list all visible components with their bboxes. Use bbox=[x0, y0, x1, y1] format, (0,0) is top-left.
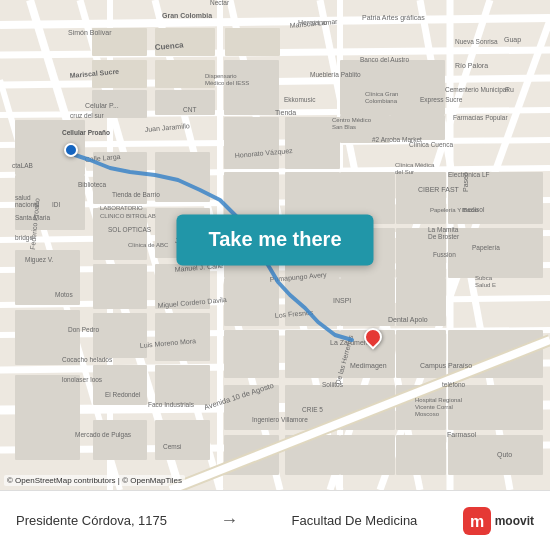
svg-rect-52 bbox=[224, 117, 279, 169]
svg-text:Mueblería Pablito: Mueblería Pablito bbox=[310, 71, 361, 78]
svg-text:CLINICO BITROLAB: CLINICO BITROLAB bbox=[100, 213, 156, 219]
svg-text:teléfono: teléfono bbox=[442, 381, 466, 388]
svg-text:Tienda de Barrio: Tienda de Barrio bbox=[112, 191, 160, 198]
svg-text:Río Palora: Río Palora bbox=[455, 62, 488, 69]
svg-rect-74 bbox=[224, 330, 279, 378]
take-me-there-button[interactable]: Take me there bbox=[176, 214, 373, 265]
svg-text:Campus Paraíso: Campus Paraíso bbox=[420, 362, 472, 370]
svg-text:CIBER FAST: CIBER FAST bbox=[418, 186, 460, 193]
svg-text:LABORATORIO: LABORATORIO bbox=[100, 205, 143, 211]
svg-text:Patria Artes gráficas: Patria Artes gráficas bbox=[362, 14, 425, 22]
origin-label: Presidente Córdova, 1175 bbox=[16, 513, 167, 528]
svg-text:Vicente Corral: Vicente Corral bbox=[415, 404, 453, 410]
svg-text:Banco del Austro: Banco del Austro bbox=[360, 56, 410, 63]
svg-text:Ekkomusic: Ekkomusic bbox=[284, 96, 316, 103]
svg-text:La Mamita: La Mamita bbox=[428, 226, 459, 233]
svg-text:Simón Bolívar: Simón Bolívar bbox=[68, 29, 112, 36]
svg-text:Miguez V.: Miguez V. bbox=[25, 256, 53, 264]
svg-text:Cocacho helados: Cocacho helados bbox=[62, 356, 113, 363]
svg-text:#2 Arroba Market: #2 Arroba Market bbox=[372, 136, 422, 143]
svg-rect-47 bbox=[93, 264, 147, 309]
svg-text:Ru: Ru bbox=[505, 86, 514, 93]
moovit-brand: m moovit bbox=[463, 507, 534, 535]
moovit-logo: m bbox=[463, 507, 491, 535]
svg-text:Biblioteca: Biblioteca bbox=[78, 181, 107, 188]
svg-text:Medimagen: Medimagen bbox=[350, 362, 387, 370]
svg-text:Faco Industrials: Faco Industrials bbox=[148, 401, 195, 408]
svg-rect-87 bbox=[396, 435, 446, 475]
svg-text:Salud E: Salud E bbox=[475, 282, 496, 288]
svg-text:Quto: Quto bbox=[497, 451, 512, 459]
svg-text:Nueva Sonrisa: Nueva Sonrisa bbox=[455, 38, 498, 45]
destination-marker bbox=[364, 328, 382, 346]
svg-rect-72 bbox=[155, 313, 210, 361]
destination-label: Facultad De Medicina bbox=[292, 513, 418, 528]
svg-rect-78 bbox=[155, 420, 210, 460]
svg-text:Tienda: Tienda bbox=[275, 109, 296, 116]
svg-text:Fussion: Fussion bbox=[433, 251, 456, 258]
svg-text:San Blas: San Blas bbox=[332, 124, 356, 130]
svg-rect-76 bbox=[93, 420, 147, 460]
svg-text:SOL OPTICAS: SOL OPTICAS bbox=[108, 226, 152, 233]
svg-text:Papelería: Papelería bbox=[472, 244, 500, 252]
svg-text:CNT: CNT bbox=[183, 106, 196, 113]
svg-text:m: m bbox=[470, 513, 484, 530]
svg-text:medisol: medisol bbox=[462, 206, 485, 213]
map-attribution: © OpenStreetMap contributors | © OpenMap… bbox=[4, 475, 185, 486]
svg-text:Farmasol: Farmasol bbox=[447, 431, 477, 438]
svg-text:lonolaser loos: lonolaser loos bbox=[62, 376, 103, 383]
svg-text:Electronica LF: Electronica LF bbox=[448, 171, 490, 178]
svg-text:Clínica de ABC: Clínica de ABC bbox=[128, 242, 169, 248]
svg-text:Motos: Motos bbox=[55, 291, 73, 298]
svg-text:Dental Apolo: Dental Apolo bbox=[388, 316, 428, 324]
svg-text:Express Sucre: Express Sucre bbox=[420, 96, 463, 104]
svg-text:Moscoso: Moscoso bbox=[415, 411, 440, 417]
svg-text:Gran Colombia: Gran Colombia bbox=[162, 12, 212, 19]
svg-rect-83 bbox=[448, 385, 543, 430]
svg-text:cruz del sur: cruz del sur bbox=[70, 112, 104, 119]
svg-text:Soliitos: Soliitos bbox=[322, 381, 344, 388]
svg-text:CRIE 5: CRIE 5 bbox=[302, 406, 323, 413]
svg-text:Don Pedro: Don Pedro bbox=[68, 326, 99, 333]
svg-text:El Redondel: El Redondel bbox=[105, 391, 141, 398]
bottom-bar: Presidente Córdova, 1175 → Facultad De M… bbox=[0, 490, 550, 550]
svg-text:Cellular Proaño: Cellular Proaño bbox=[62, 129, 110, 136]
svg-rect-55 bbox=[224, 278, 279, 326]
svg-rect-77 bbox=[15, 420, 80, 460]
moovit-text: moovit bbox=[495, 514, 534, 528]
svg-text:Hermano: Hermano bbox=[298, 19, 327, 26]
svg-rect-73 bbox=[155, 365, 210, 405]
svg-text:Celular P...: Celular P... bbox=[85, 102, 119, 109]
svg-text:Cemsi: Cemsi bbox=[163, 443, 181, 450]
svg-text:Colombiana: Colombiana bbox=[365, 98, 398, 104]
svg-rect-37 bbox=[340, 60, 445, 115]
svg-rect-86 bbox=[340, 435, 395, 475]
svg-text:Farmacias Popular: Farmacias Popular bbox=[453, 114, 508, 122]
svg-text:Centro Médico: Centro Médico bbox=[332, 117, 372, 123]
svg-text:Dispensario: Dispensario bbox=[205, 73, 237, 79]
svg-text:INSPI: INSPI bbox=[333, 297, 351, 304]
svg-text:IDI: IDI bbox=[52, 201, 61, 208]
svg-text:Guap: Guap bbox=[504, 36, 521, 44]
svg-text:Hospital Regional: Hospital Regional bbox=[415, 397, 462, 403]
svg-rect-68 bbox=[285, 330, 340, 378]
svg-rect-88 bbox=[448, 435, 543, 475]
svg-text:Clínica Gran: Clínica Gran bbox=[365, 91, 398, 97]
svg-rect-67 bbox=[448, 228, 543, 278]
svg-text:del Sur: del Sur bbox=[395, 169, 414, 175]
svg-text:Santa Maria: Santa Maria bbox=[15, 214, 50, 221]
svg-text:Ingeniero Villamore: Ingeniero Villamore bbox=[252, 416, 308, 424]
svg-rect-63 bbox=[396, 172, 446, 224]
svg-text:De Broster: De Broster bbox=[428, 233, 460, 240]
svg-rect-75 bbox=[93, 365, 147, 405]
svg-text:salud: salud bbox=[15, 194, 31, 201]
svg-rect-70 bbox=[396, 330, 446, 378]
svg-text:bridge: bridge bbox=[15, 234, 33, 242]
svg-text:nacional: nacional bbox=[15, 201, 40, 208]
svg-rect-31 bbox=[225, 28, 280, 56]
start-location-marker bbox=[64, 143, 78, 157]
map-container: Cuenca Mariscal Sucre Mariscal Lamar Jua… bbox=[0, 0, 550, 490]
svg-text:Mercado de Pulgas: Mercado de Pulgas bbox=[75, 431, 132, 439]
svg-text:Subca: Subca bbox=[475, 275, 493, 281]
svg-text:ctaLAB: ctaLAB bbox=[12, 162, 33, 169]
